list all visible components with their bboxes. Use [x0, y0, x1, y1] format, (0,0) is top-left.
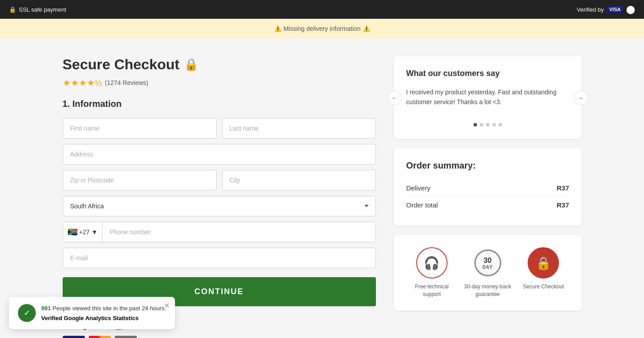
alert-icon-right: ⚠️: [363, 25, 370, 32]
lock-icon: 🔒: [9, 6, 16, 13]
star-rating: ★★★★½: [63, 77, 102, 88]
total-value: R37: [557, 201, 569, 209]
mc-card-badge: [89, 336, 111, 338]
ssl-label: SSL safe payment: [19, 6, 66, 13]
payment-cards: VISA Maestro: [63, 336, 376, 338]
badge-secure-checkout: 🔒 Secure Checkout: [518, 247, 569, 291]
order-row-delivery: Delivery R37: [406, 180, 569, 197]
phone-code: +27: [79, 228, 90, 236]
country-select[interactable]: South Africa United States United Kingdo…: [63, 196, 376, 216]
city-input[interactable]: [222, 170, 376, 190]
secure-checkout-label: Secure Checkout: [523, 283, 564, 291]
mc-icon: ⬤: [626, 4, 635, 14]
main-container: Secure Checkout 🔒 ★★★★½ (1274 Reviews) 1…: [54, 38, 591, 338]
notification-popup: ✓ 991 People viewed this site in the pas…: [9, 297, 175, 329]
stars-row: ★★★★½ (1274 Reviews): [63, 77, 376, 88]
money-back-label: 30-day money-back guarantee: [462, 283, 513, 298]
phone-prefix[interactable]: 🇿🇦 +27 ▼: [63, 222, 103, 242]
review-dot-5[interactable]: [499, 123, 502, 127]
popup-message: viewed this site in the past 24 hours.: [72, 305, 166, 312]
review-dot-3[interactable]: [486, 123, 490, 127]
country-group: South Africa United States United Kingdo…: [63, 196, 376, 216]
reviews-count: (1274 Reviews): [105, 79, 148, 86]
popup-bottom-label: Verified Google Analytics Statistics: [41, 315, 166, 321]
badge-money-back: 30 DAY 30-day money-back guarantee: [462, 247, 513, 298]
ssl-info: 🔒 SSL safe payment: [9, 6, 66, 13]
page-title: Secure Checkout 🔒: [63, 56, 376, 73]
visa-icon: VISA: [606, 6, 623, 13]
popup-close-button[interactable]: ✕: [164, 301, 170, 310]
section-info-title: 1. Information: [63, 99, 376, 109]
delivery-value: R37: [557, 184, 569, 192]
total-label: Order total: [406, 201, 438, 209]
popup-content: 991 People viewed this site in the past …: [41, 304, 166, 321]
reviews-card-title: What our customers say: [406, 69, 569, 78]
phone-row: 🇿🇦 +27 ▼: [63, 222, 376, 242]
last-name-input[interactable]: [222, 118, 376, 139]
delivery-label: Delivery: [406, 184, 431, 192]
alert-icon-left: ⚠️: [274, 25, 281, 32]
trust-badges: 🎧 Free technical support 30 DAY 30-day m…: [394, 235, 582, 311]
review-prev-button[interactable]: ←: [388, 91, 402, 105]
zip-input[interactable]: [63, 170, 217, 190]
review-next-button[interactable]: →: [574, 91, 588, 105]
left-column: Secure Checkout 🔒 ★★★★½ (1274 Reviews) 1…: [63, 56, 376, 338]
review-dot-4[interactable]: [492, 123, 496, 127]
email-group: [63, 248, 376, 268]
order-summary-card: Order summary: Delivery R37 Order total …: [394, 148, 582, 226]
technical-support-label: Free technical support: [406, 283, 458, 298]
top-bar: 🔒 SSL safe payment Verified by VISA ⬤: [0, 0, 644, 19]
phone-dropdown-icon: ▼: [91, 228, 98, 236]
maestro-card-badge: Maestro: [115, 336, 137, 338]
phone-input[interactable]: [102, 222, 375, 242]
verified-info: Verified by VISA ⬤: [577, 4, 635, 14]
day-label: DAY: [482, 265, 493, 270]
name-row: [63, 118, 376, 139]
alert-banner: ⚠️ Missing delivery information ⚠️: [0, 19, 644, 38]
verified-label: Verified by: [577, 6, 604, 13]
money-back-icon: 30 DAY: [472, 247, 503, 279]
title-lock-icon: 🔒: [184, 58, 198, 72]
technical-support-icon: 🎧: [416, 247, 448, 279]
secure-checkout-icon: 🔒: [528, 247, 559, 279]
review-dot-2[interactable]: [480, 123, 483, 127]
checkout-form: South Africa United States United Kingdo…: [63, 118, 376, 306]
order-row-total: Order total R37: [406, 197, 569, 213]
reviews-card: What our customers say ← → I received my…: [394, 56, 582, 139]
visa-card-badge: VISA: [63, 336, 85, 338]
review-dot-1[interactable]: [473, 123, 477, 127]
page-title-text: Secure Checkout: [63, 56, 179, 73]
popup-count-label: People: [52, 305, 70, 312]
review-dots: [406, 123, 569, 127]
popup-text: 991 People viewed this site in the past …: [41, 304, 166, 313]
popup-count: 991: [41, 305, 51, 312]
right-column: What our customers say ← → I received my…: [394, 56, 582, 338]
day-num: 30: [484, 257, 492, 265]
phone-flag: 🇿🇦: [68, 227, 77, 237]
popup-shield-icon: ✓: [18, 304, 36, 322]
address-group: [63, 144, 376, 165]
order-summary-title: Order summary:: [406, 161, 569, 171]
alert-message: Missing delivery information: [283, 25, 361, 32]
address-input[interactable]: [63, 144, 376, 165]
review-text: I received my product yesterday. Fast an…: [406, 87, 569, 114]
zip-city-row: [63, 170, 376, 190]
badge-technical-support: 🎧 Free technical support: [406, 247, 458, 298]
email-input[interactable]: [63, 248, 376, 268]
first-name-input[interactable]: [63, 118, 217, 139]
